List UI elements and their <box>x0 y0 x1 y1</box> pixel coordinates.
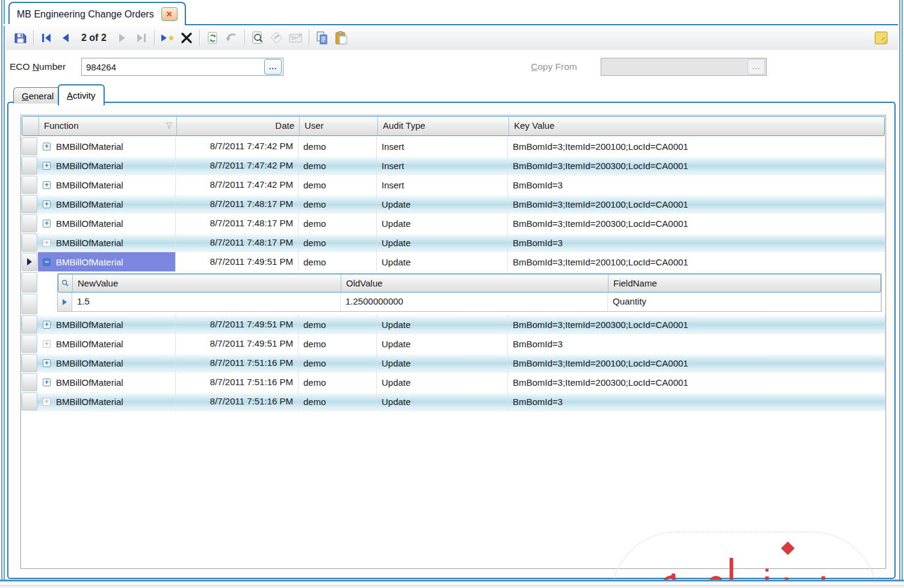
cell-audit-type[interactable]: Update <box>377 392 508 411</box>
new-record-button[interactable] <box>158 29 177 47</box>
first-record-button[interactable] <box>37 29 56 47</box>
cell-key-value[interactable]: BmBomId=3;ItemId=200100;LocId=CA0001 <box>508 194 885 214</box>
table-row[interactable]: +BMBillOfMaterial8/7/2011 7:49:51 PMdemo… <box>21 315 885 334</box>
cell-date[interactable]: 8/7/2011 7:51:16 PM <box>176 373 299 392</box>
row-selector[interactable] <box>22 272 37 292</box>
eco-number-value[interactable]: 984264 <box>82 62 263 72</box>
cell-user[interactable]: demo <box>299 334 377 353</box>
cell-date[interactable]: 8/7/2011 7:49:51 PM <box>176 334 299 353</box>
row-selector[interactable] <box>22 156 37 175</box>
cell-function[interactable]: +BMBillOfMaterial <box>38 373 176 392</box>
cell-date[interactable]: 8/7/2011 7:49:51 PM <box>176 252 299 271</box>
delete-record-button[interactable] <box>177 29 196 47</box>
column-header-function[interactable]: Function <box>39 117 177 135</box>
cell-function[interactable]: +BMBillOfMaterial <box>38 175 176 194</box>
cell-audit-type[interactable]: Insert <box>377 175 508 194</box>
row-selector[interactable] <box>22 137 37 155</box>
row-selector[interactable] <box>22 176 37 194</box>
table-row[interactable]: +BMBillOfMaterial8/7/2011 7:48:17 PMdemo… <box>21 233 885 252</box>
notes-button[interactable] <box>871 29 891 47</box>
cell-key-value[interactable]: BmBomId=3;ItemId=200100;LocId=CA0001 <box>508 137 885 156</box>
detail-row-selector[interactable] <box>58 292 72 311</box>
collapse-icon[interactable]: − <box>43 258 51 266</box>
cell-user[interactable]: demo <box>299 194 377 214</box>
cell-user[interactable]: demo <box>299 373 377 392</box>
paste-button[interactable] <box>332 29 351 47</box>
sub-grid-search-cell[interactable] <box>58 274 73 292</box>
table-row[interactable]: +BMBillOfMaterial8/7/2011 7:49:51 PMdemo… <box>21 334 885 353</box>
cell-function[interactable]: −BMBillOfMaterial <box>38 252 176 271</box>
cell-audit-type[interactable]: Update <box>377 233 508 252</box>
save-button[interactable] <box>11 29 30 47</box>
row-selector[interactable] <box>22 294 37 314</box>
cell-date[interactable]: 8/7/2011 7:48:17 PM <box>176 233 299 252</box>
cell-function[interactable]: +BMBillOfMaterial <box>38 392 176 411</box>
eco-number-field[interactable]: 984264 ... <box>81 58 283 76</box>
cell-date[interactable]: 8/7/2011 7:47:42 PM <box>176 175 299 194</box>
expand-icon[interactable]: + <box>43 379 51 386</box>
cell-audit-type[interactable]: Update <box>377 214 508 233</box>
cell-key-value[interactable]: BmBomId=3;ItemId=200100;LocId=CA0001 <box>508 353 885 373</box>
column-header-oldvalue[interactable]: OldValue <box>341 274 608 292</box>
cell-user[interactable]: demo <box>299 175 377 194</box>
cell-date[interactable]: 8/7/2011 7:49:51 PM <box>176 315 299 334</box>
cell-field-name[interactable]: Quantity <box>608 292 881 311</box>
close-icon[interactable]: ✕ <box>161 7 178 21</box>
row-selector[interactable] <box>22 253 37 271</box>
cell-user[interactable]: demo <box>299 252 377 271</box>
eco-lookup-button[interactable]: ... <box>264 59 282 75</box>
column-header-audit-type[interactable]: Audit Type <box>378 117 509 135</box>
column-header-user[interactable]: User <box>300 117 378 135</box>
filter-icon[interactable] <box>166 122 173 129</box>
cell-user[interactable]: demo <box>299 156 377 175</box>
print-preview-button[interactable] <box>248 29 267 47</box>
cell-key-value[interactable]: BmBomId=3 <box>508 175 885 194</box>
cell-function[interactable]: +BMBillOfMaterial <box>38 353 176 373</box>
row-selector[interactable] <box>22 195 37 213</box>
cell-audit-type[interactable]: Update <box>377 252 508 271</box>
column-header-key-value[interactable]: Key Value <box>509 117 884 135</box>
expand-icon[interactable]: + <box>43 181 51 189</box>
cell-date[interactable]: 8/7/2011 7:47:42 PM <box>176 156 299 175</box>
detail-data-row[interactable]: 1.5 1.2500000000 Quantity <box>58 292 881 311</box>
table-row[interactable]: +BMBillOfMaterial8/7/2011 7:47:42 PMdemo… <box>21 175 885 194</box>
cell-audit-type[interactable]: Update <box>377 373 508 392</box>
row-selector[interactable] <box>22 392 37 410</box>
tab-activity[interactable]: Activity <box>58 84 105 105</box>
cell-key-value[interactable]: BmBomId=3 <box>508 334 885 353</box>
cell-function[interactable]: +BMBillOfMaterial <box>38 233 176 252</box>
table-row[interactable]: +BMBillOfMaterial8/7/2011 7:47:42 PMdemo… <box>21 137 885 156</box>
table-row[interactable]: +BMBillOfMaterial8/7/2011 7:48:17 PMdemo… <box>21 194 885 214</box>
row-selector[interactable] <box>22 315 37 333</box>
cell-function[interactable]: +BMBillOfMaterial <box>38 334 176 353</box>
cell-key-value[interactable]: BmBomId=3 <box>508 233 885 252</box>
row-selector[interactable] <box>22 373 37 391</box>
copy-button[interactable] <box>312 29 332 47</box>
cell-user[interactable]: demo <box>299 353 377 373</box>
table-row[interactable]: −BMBillOfMaterial8/7/2011 7:49:51 PMdemo… <box>21 252 885 271</box>
cell-key-value[interactable]: BmBomId=3 <box>508 392 885 411</box>
cell-audit-type[interactable]: Update <box>377 315 508 334</box>
row-selector[interactable] <box>22 234 37 252</box>
row-selector[interactable] <box>22 354 37 372</box>
cell-function[interactable]: +BMBillOfMaterial <box>38 194 176 214</box>
cell-key-value[interactable]: BmBomId=3;ItemId=200300;LocId=CA0001 <box>508 214 885 233</box>
cell-date[interactable]: 8/7/2011 7:47:42 PM <box>176 137 299 156</box>
cell-user[interactable]: demo <box>299 137 377 156</box>
expand-icon[interactable]: + <box>43 220 51 227</box>
column-header-newvalue[interactable]: NewValue <box>73 274 341 292</box>
cell-function[interactable]: +BMBillOfMaterial <box>38 137 176 156</box>
cell-audit-type[interactable]: Insert <box>377 137 508 156</box>
cell-user[interactable]: demo <box>299 315 377 334</box>
cell-function[interactable]: +BMBillOfMaterial <box>38 156 176 175</box>
document-tab[interactable]: MB Engineering Change Orders ✕ <box>8 2 186 25</box>
row-selector[interactable] <box>22 335 37 353</box>
cell-user[interactable]: demo <box>299 392 377 411</box>
table-row[interactable]: +BMBillOfMaterial8/7/2011 7:47:42 PMdemo… <box>21 156 885 175</box>
expand-icon[interactable]: + <box>43 359 51 367</box>
cell-date[interactable]: 8/7/2011 7:48:17 PM <box>176 214 299 233</box>
row-selector[interactable] <box>22 214 37 232</box>
cell-user[interactable]: demo <box>299 233 377 252</box>
column-header-fieldname[interactable]: FieldName <box>608 274 881 292</box>
cell-function[interactable]: +BMBillOfMaterial <box>38 214 176 233</box>
